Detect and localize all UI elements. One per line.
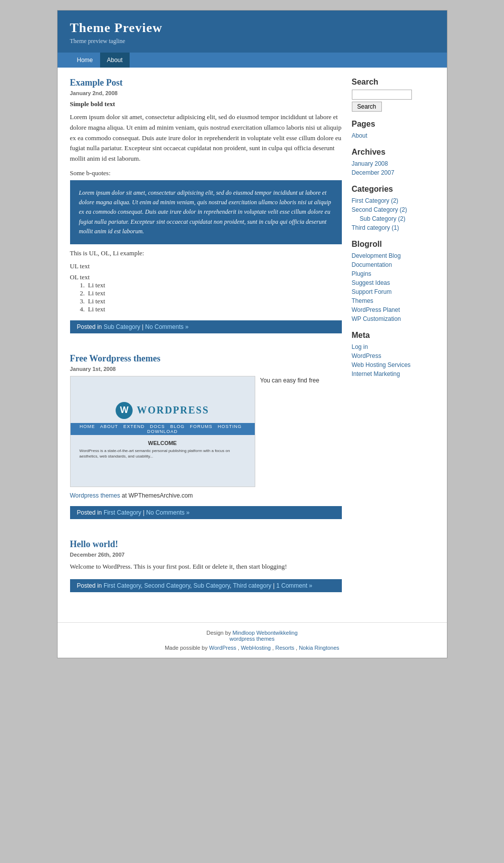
footer-comments-link[interactable]: No Comments » [145,323,189,330]
list-item: Internet Marketing [352,370,434,378]
blogroll-support[interactable]: Support Forum [352,288,392,295]
list-item: Log in [352,343,434,351]
archives-heading: Archives [352,148,434,157]
list-item: Sub Category (2) [352,215,434,223]
post-date: December 26th, 2007 [70,552,342,558]
cat-second[interactable]: Second Category (2) [352,206,407,213]
image-caption-suffix: at WPThemesArchive.com [122,492,193,499]
post-wordpress-themes: Free Wordpress themes January 1st, 2008 … [70,353,342,519]
footer-cat-4[interactable]: Third category [233,582,271,589]
ol-items: 1. Li text 2. Li text 3. Li text 4. Li t… [80,281,342,313]
bquote-label: Some b-quotes: [70,169,342,177]
archive-dec-2007[interactable]: December 2007 [352,169,394,176]
list-item: January 2008 [352,160,434,168]
blogroll-list: Development Blog Documentation Plugins S… [352,252,434,323]
wp-logo: W WORDPRESS [116,402,209,419]
pages-link-about[interactable]: About [352,132,367,139]
blogroll-docs[interactable]: Documentation [352,261,392,268]
post-title-link[interactable]: Free Wordpress themes [70,353,161,363]
list-item: About [352,132,434,140]
posted-in-label: Posted in [77,509,104,516]
archive-jan-2008[interactable]: January 2008 [352,160,388,167]
post-title: Free Wordpress themes [70,353,342,364]
footer-comments-link[interactable]: 1 Comment » [276,582,312,589]
sidebar-pages: Pages About [352,120,434,140]
footer-category-link[interactable]: Sub Category [104,323,140,330]
post-image-text: You can easy find free [260,376,342,487]
footer-comments-link[interactable]: No Comments » [146,509,190,516]
meta-hosting[interactable]: Web Hosting Services [352,361,411,368]
post-title-link[interactable]: Example Post [70,78,123,88]
post-image-wrap: W WORDPRESS HOME ABOUT EXTEND DOCS BLOG … [70,376,342,487]
footer-design-label: Design by [206,630,231,636]
list-item: Themes [352,297,434,305]
nav-home[interactable]: Home [70,53,100,68]
navigation: Home About [58,53,447,68]
sidebar-categories: Categories First Category (2) Second Cat… [352,185,434,232]
search-input[interactable] [352,90,412,100]
post-title-link[interactable]: Hello world! [70,539,119,549]
footer-made: Made possible by WordPress , WebHosting … [65,645,440,651]
post-image-box: W WORDPRESS HOME ABOUT EXTEND DOCS BLOG … [70,376,255,487]
list-label: This is UL, OL, Li example: [70,249,342,257]
sidebar-search: Search [352,78,434,112]
list-item: Development Blog [352,252,434,260]
post-title: Hello world! [70,539,342,550]
footer-design-link1[interactable]: Mindloop Webontwikkeling [232,630,297,636]
footer-made-label: Made possible by [165,645,208,651]
footer-cat-1[interactable]: First Category [104,582,141,589]
post-date: January 1st, 2008 [70,366,342,372]
footer-link-nokia[interactable]: Nokia Ringtones [299,645,339,651]
post-example: Example Post January 2nd, 2008 Simple bo… [70,78,342,333]
cat-third[interactable]: Third category (1) [352,224,399,231]
sidebar-meta: Meta Log in WordPress Web Hosting Servic… [352,331,434,378]
blogroll-wpc[interactable]: WP Customization [352,315,401,322]
post-footer: Posted in First Category | No Comments » [70,506,342,519]
blogroll-plugins[interactable]: Plugins [352,270,371,277]
post-title: Example Post [70,78,342,88]
search-button[interactable] [352,102,382,112]
site-title: Theme Preview [70,21,434,36]
blogroll-wp-planet[interactable]: WordPress Planet [352,306,400,313]
site-tagline: Theme preview tagline [70,38,434,45]
sidebar-archives: Archives January 2008 December 2007 [352,148,434,177]
image-caption: Wordpress themes at WPThemesArchive.com [70,492,342,499]
sidebar: Search Pages About Archives January 2008… [352,78,434,612]
blogroll-dev[interactable]: Development Blog [352,252,401,259]
blogroll-heading: Blogroll [352,240,434,249]
list-item: Third category (1) [352,224,434,232]
footer-link-resorts[interactable]: Resorts [275,645,294,651]
blogroll-suggest[interactable]: Suggest Ideas [352,279,390,286]
meta-marketing[interactable]: Internet Marketing [352,370,400,377]
list-item: Second Category (2) [352,206,434,214]
wp-logo-circle: W [116,402,133,419]
footer-cat-2[interactable]: Second Category [144,582,190,589]
footer-design: Design by Mindloop Webontwikkeling wordp… [65,630,440,642]
image-caption-link[interactable]: Wordpress themes [70,492,120,499]
categories-list: First Category (2) Second Category (2) S… [352,197,434,232]
footer-cat-3[interactable]: Sub Category [194,582,230,589]
posted-in-label: Posted in [77,323,104,330]
list-item: WP Customization [352,315,434,323]
main-content: Example Post January 2nd, 2008 Simple bo… [70,78,342,612]
cat-sub[interactable]: Sub Category (2) [360,215,405,222]
meta-wordpress[interactable]: WordPress [352,352,381,359]
footer-design-link2[interactable]: wordpress themes [230,636,275,642]
pages-heading: Pages [352,120,434,129]
post-body: Welcome to WordPress. This is your first… [70,562,342,572]
nav-about[interactable]: About [100,53,130,68]
list-item: Plugins [352,270,434,278]
blogroll-themes[interactable]: Themes [352,297,373,304]
meta-login[interactable]: Log in [352,343,368,350]
footer-link-wordpress[interactable]: WordPress [209,645,236,651]
post-footer: Posted in Sub Category | No Comments » [70,320,342,333]
footer-category-link[interactable]: First Category [104,509,141,516]
categories-heading: Categories [352,185,434,194]
post-body: Lorem ipsum dolor sit amet, consectetur … [70,112,342,164]
post-bold: Simple bold text [70,100,342,108]
meta-heading: Meta [352,331,434,340]
search-heading: Search [352,78,434,87]
footer-link-webhosting[interactable]: WebHosting [241,645,271,651]
cat-first[interactable]: First Category (2) [352,197,398,204]
list-item: WordPress [352,352,434,360]
